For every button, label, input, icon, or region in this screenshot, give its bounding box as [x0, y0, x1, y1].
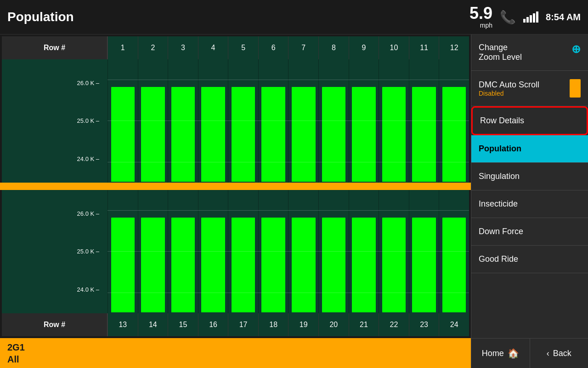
bottom-y-label: 26.0 K: [6, 210, 103, 217]
top-bar-col: [198, 59, 228, 183]
change-zoom-item[interactable]: Change Zoom Level ⊕: [471, 34, 588, 71]
top-bar-col: [138, 59, 168, 183]
bottom-col-header: 14: [138, 313, 168, 336]
top-bar-col: [258, 59, 288, 183]
bottom-col-header: 20: [318, 313, 349, 336]
top-bar-fill: [352, 87, 375, 182]
top-bar-fill: [261, 87, 285, 182]
top-col-header: 9: [349, 36, 379, 59]
singulation-label: Singulation: [479, 172, 520, 181]
top-col-header: 7: [288, 36, 318, 59]
status-text: 2G1 All: [7, 341, 25, 365]
status-bar: 2G1 All: [0, 338, 471, 368]
bottom-col-headers: 131415161718192021222324: [107, 313, 469, 336]
dmc-toggle[interactable]: [570, 79, 581, 98]
bottom-bar-fill: [141, 218, 164, 312]
population-label: Population: [479, 144, 521, 154]
top-bar-fill: [111, 87, 135, 182]
bottom-bar-fill: [412, 218, 435, 312]
bottom-bar-col: [439, 190, 469, 313]
sidebar-footer: Home 🏠 ‹ Back: [471, 338, 588, 368]
bottom-chart-body: 26.0 K25.0 K24.0 K: [2, 190, 469, 313]
back-chevron-icon: ‹: [547, 349, 549, 358]
header-right: 5.9 mph 📞 8:54 AM: [469, 5, 581, 29]
top-bar-fill: [141, 87, 164, 182]
home-button[interactable]: Home 🏠: [471, 339, 530, 368]
top-y-label: 25.0 K: [6, 117, 103, 124]
bottom-bar-col: [258, 190, 288, 313]
top-col-header: 11: [409, 36, 439, 59]
bottom-bar-fill: [352, 218, 375, 312]
back-label: Back: [553, 349, 571, 358]
bottom-bar-fill: [261, 218, 285, 312]
bottom-bar-col: [228, 190, 258, 313]
bottom-bars: [107, 190, 469, 313]
bottom-y-label: 24.0 K: [6, 286, 103, 293]
status-line2: All: [7, 353, 25, 365]
top-y-label: 24.0 K: [6, 155, 103, 162]
top-bar-col: [168, 59, 198, 183]
top-bar-col: [409, 59, 439, 183]
bottom-y-axis: 26.0 K25.0 K24.0 K: [2, 190, 107, 313]
bottom-bar-fill: [111, 218, 135, 312]
top-y-label: 26.0 K: [6, 80, 103, 86]
bottom-bar-col: [288, 190, 318, 313]
top-bar-fill: [412, 87, 435, 182]
top-col-header: 10: [379, 36, 409, 59]
top-bar-col: [288, 59, 318, 183]
bottom-y-label: 25.0 K: [6, 248, 103, 255]
down-force-label: Down Force: [479, 227, 523, 236]
sidebar: Change Zoom Level ⊕ DMC Auto Scroll Disa…: [471, 34, 588, 368]
bottom-bar-col: [138, 190, 168, 313]
top-bar-col: [318, 59, 349, 183]
top-bar-fill: [171, 87, 195, 182]
status-line1: 2G1: [7, 341, 25, 353]
top-bars: [107, 59, 469, 183]
top-bar-col: [439, 59, 469, 183]
bottom-bar-col: [198, 190, 228, 313]
bottom-bar-col: [107, 190, 138, 313]
page-title: Population: [7, 10, 469, 24]
bottom-col-header: 16: [198, 313, 228, 336]
top-col-header: 3: [168, 36, 198, 59]
bottom-bar-fill: [382, 218, 406, 312]
bottom-bar-fill: [292, 218, 315, 312]
top-col-header: 12: [439, 36, 469, 59]
top-bar-col: [228, 59, 258, 183]
population-item[interactable]: Population: [471, 135, 588, 163]
down-force-item[interactable]: Down Force: [471, 218, 588, 246]
bottom-col-header: 21: [349, 313, 379, 336]
good-ride-item[interactable]: Good Ride: [471, 246, 588, 273]
top-col-headers: 123456789101112: [107, 36, 469, 59]
dmc-label: DMC Auto Scroll: [479, 80, 539, 90]
bottom-bar-col: [318, 190, 349, 313]
top-col-header: 4: [198, 36, 228, 59]
bottom-bar-col: [349, 190, 379, 313]
bottom-bar-fill: [201, 218, 225, 312]
bottom-orange-bar-top: [0, 186, 471, 190]
top-y-axis: 26.0 K25.0 K24.0 K: [2, 59, 107, 183]
dmc-auto-scroll-item[interactable]: DMC Auto Scroll Disabled: [471, 71, 588, 106]
main-content: Row # 123456789101112 26.0 K25.0 K24.0 K: [0, 34, 588, 368]
bottom-col-header: 19: [288, 313, 318, 336]
bottom-bar-col: [168, 190, 198, 313]
time-display: 8:54 AM: [546, 12, 581, 23]
singulation-item[interactable]: Singulation: [471, 163, 588, 190]
speed-unit: mph: [469, 22, 492, 29]
bottom-row-header: Row #: [2, 313, 107, 336]
top-orange-bar: [0, 183, 471, 186]
dmc-scroll-text: DMC Auto Scroll Disabled: [479, 80, 539, 97]
bottom-bar-col: [409, 190, 439, 313]
charts-wrapper: Row # 123456789101112 26.0 K25.0 K24.0 K: [0, 34, 471, 338]
top-bar-fill: [232, 87, 255, 182]
chart-area: Row # 123456789101112 26.0 K25.0 K24.0 K: [0, 34, 471, 368]
back-button[interactable]: ‹ Back: [530, 339, 588, 368]
row-details-item[interactable]: Row Details: [471, 106, 588, 135]
bottom-col-header: 22: [379, 313, 409, 336]
header: Population 5.9 mph 📞 8:54 AM: [0, 0, 588, 34]
bottom-col-header: 18: [258, 313, 288, 336]
good-ride-label: Good Ride: [479, 254, 518, 264]
bottom-col-header: 15: [168, 313, 198, 336]
top-bar-fill: [442, 87, 466, 182]
insecticide-item[interactable]: Insecticide: [471, 190, 588, 218]
